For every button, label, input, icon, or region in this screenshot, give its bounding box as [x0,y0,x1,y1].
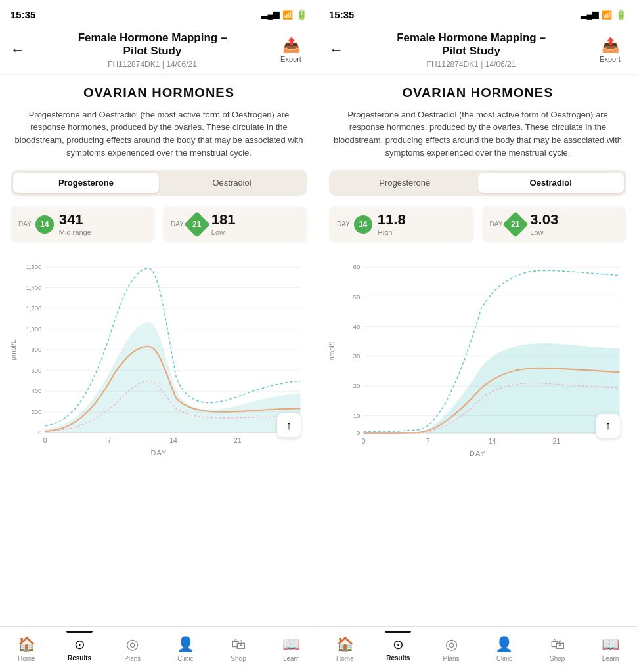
svg-text:20: 20 [353,382,361,389]
nav-learn-label-left: Learn [283,655,300,662]
nav-results-right[interactable]: ⊙ Results [372,631,425,667]
screens-container: 15:35 ▂▄▆ 📶 🔋 ← Female Hormone Mapping –… [0,0,637,672]
wifi-icon-left: 📶 [282,10,293,20]
stat-label-21-right: Low [530,228,558,236]
back-button-right[interactable]: ← [329,41,349,58]
time-left: 15:35 [11,9,35,20]
learn-icon-right: 📖 [602,636,619,653]
status-bar-right: 15:35 ▂▄▆ 📶 🔋 [318,0,637,26]
export-button-left[interactable]: 📤 Export [275,37,307,63]
right-screen: 15:35 ▂▄▆ 📶 🔋 ← Female Hormone Mapping –… [318,0,637,672]
day-badge-21-left: 21 [184,211,210,238]
battery-icon-left: 🔋 [296,9,307,20]
stats-row-right: DAY 14 11.8 High DAY 21 3.03 Low [329,206,626,243]
svg-text:60: 60 [353,263,361,270]
svg-text:0: 0 [38,429,41,436]
svg-text:200: 200 [32,408,42,415]
stat-day-label-21-right: DAY [490,220,503,228]
content-left: OVARIAN HORMONES Progesterone and Oestra… [0,75,318,626]
stat-day-wrapper-14-left: DAY 14 [18,215,54,234]
nav-results-left[interactable]: ⊙ Results [53,631,106,667]
stat-card-day21-right: DAY 21 3.03 Low [482,206,627,243]
status-icons-right: ▂▄▆ 📶 🔋 [581,9,626,20]
nav-clinic-left[interactable]: 👤 Clinic [159,631,212,667]
svg-text:1,000: 1,000 [26,326,42,333]
nav-shop-label-left: Shop [231,655,246,662]
shop-icon-right: 🛍 [550,636,565,653]
stat-info-14-right: 11.8 High [378,213,406,236]
status-icons-left: ▂▄▆ 📶 🔋 [261,9,307,20]
stat-value-21-right: 3.03 [530,213,558,227]
day-badge-21-right: 21 [503,211,529,238]
nav-shop-left[interactable]: 🛍 Shop [212,631,265,667]
tab-progesterone-right[interactable]: Progesterone [332,173,478,193]
svg-text:10: 10 [353,412,361,419]
back-button-left[interactable]: ← [11,41,30,58]
time-right: 15:35 [329,9,354,20]
nav-learn-left[interactable]: 📖 Learn [265,631,318,667]
svg-text:14: 14 [169,436,177,444]
nav-shop-right[interactable]: 🛍 Shop [531,631,584,667]
export-icon-right: 📤 [602,37,619,54]
svg-text:400: 400 [32,387,42,394]
signal-icon-right: ▂▄▆ [581,10,598,19]
chart-x-label-right: DAY [329,450,626,457]
export-label-left: Export [280,55,301,63]
tab-oestradiol-right[interactable]: Oestradiol [478,173,625,193]
nav-results-label-right: Results [386,654,410,662]
stat-label-21-left: Low [211,228,236,236]
status-bar-left: 15:35 ▂▄▆ 📶 🔋 [0,0,318,26]
chart-container-right: nmol/L 60 50 40 30 20 10 0 [329,253,626,457]
section-title-left: OVARIAN HORMONES [11,85,307,100]
stat-card-day14-right: DAY 14 11.8 High [329,206,474,243]
stat-value-14-right: 11.8 [378,213,406,227]
header-subtitle-left: FH112874DK1 | 14/06/21 [30,60,275,69]
export-button-right[interactable]: 📤 Export [594,37,626,63]
signal-icon-left: ▂▄▆ [261,10,279,19]
nav-plans-left[interactable]: ◎ Plans [106,631,159,667]
tabs-right: Progesterone Oestradiol [329,170,626,196]
shop-icon-left: 🛍 [231,636,246,653]
tab-oestradiol-left[interactable]: Oestradiol [159,173,305,193]
svg-text:1,400: 1,400 [26,284,42,291]
home-icon-left: 🏠 [18,636,35,653]
svg-text:nmol/L: nmol/L [329,339,336,360]
chart-container-left: pmol/L 1,600 1,400 1,200 1,000 800 600 4… [11,253,307,457]
nav-learn-right[interactable]: 📖 Learn [584,631,637,667]
day-badge-14-right: 14 [354,215,372,234]
bottom-nav-left: 🏠 Home ⊙ Results ◎ Plans 👤 Clinic 🛍 Shop… [0,626,318,672]
clinic-icon-left: 👤 [177,636,194,653]
svg-text:21: 21 [234,436,242,444]
nav-plans-label-left: Plans [124,655,141,662]
svg-text:1,200: 1,200 [26,304,42,312]
results-icon-right: ⊙ [393,637,404,652]
tab-progesterone-left[interactable]: Progesterone [13,173,159,193]
nav-home-label-left: Home [18,655,35,662]
chart-svg-left: pmol/L 1,600 1,400 1,200 1,000 800 600 4… [11,253,307,446]
stat-card-day14-left: DAY 14 341 Mid range [11,206,155,243]
plans-icon-right: ◎ [445,636,458,653]
stat-day-wrapper-21-left: DAY 21 [171,215,206,234]
svg-text:40: 40 [353,323,361,330]
header-center-right: Female Hormone Mapping –Pilot Study FH11… [349,32,594,69]
header-center-left: Female Hormone Mapping –Pilot Study FH11… [30,32,275,69]
left-screen: 15:35 ▂▄▆ 📶 🔋 ← Female Hormone Mapping –… [0,0,318,672]
nav-plans-right[interactable]: ◎ Plans [425,631,478,667]
results-icon-left: ⊙ [74,637,85,652]
section-description-right: Progesterone and Oestradiol (the most ac… [329,108,626,159]
nav-home-right[interactable]: 🏠 Home [318,631,372,667]
nav-home-left[interactable]: 🏠 Home [0,631,53,667]
nav-clinic-right[interactable]: 👤 Clinic [477,631,531,667]
stat-info-21-left: 181 Low [211,213,236,236]
clinic-icon-right: 👤 [495,636,513,653]
day-badge-14-left: 14 [35,215,54,234]
nav-clinic-label-left: Clinic [177,655,193,662]
learn-icon-left: 📖 [282,636,300,653]
svg-text:0: 0 [43,436,47,444]
nav-learn-label-right: Learn [602,655,619,662]
svg-text:21: 21 [553,436,561,444]
scroll-up-right[interactable]: ↑ [596,414,620,438]
scroll-up-left[interactable]: ↑ [277,413,301,437]
battery-icon-right: 🔋 [615,9,626,20]
chart-svg-right: nmol/L 60 50 40 30 20 10 0 [329,253,626,447]
